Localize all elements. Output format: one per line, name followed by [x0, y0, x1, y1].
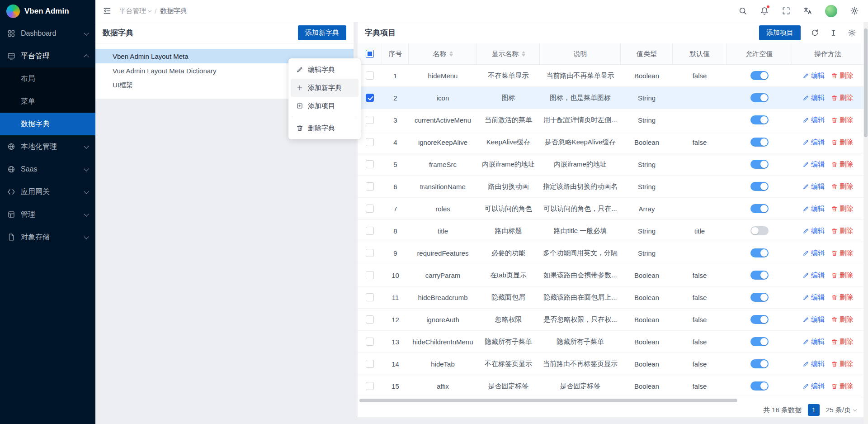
- edit-row-button[interactable]: 编辑: [802, 138, 825, 147]
- vertical-scrollbar-thumb[interactable]: [864, 29, 868, 137]
- table-row-ignoreKeepAlive[interactable]: 4ignoreKeepAliveKeepAlive缓存是否忽略KeepAlive…: [358, 131, 863, 153]
- table-row-transitionName[interactable]: 6transitionName路由切换动画指定该路由切换的动画名String编辑…: [358, 176, 863, 198]
- sidebar-item-saas[interactable]: Saas: [0, 158, 95, 181]
- delete-row-button[interactable]: 删除: [831, 249, 853, 257]
- table-row-hideBreadcrumb[interactable]: 11hideBreadcrumb隐藏面包屑隐藏该路由在面包屑上...Boolea…: [358, 286, 863, 309]
- edit-row-button[interactable]: 编辑: [802, 227, 825, 235]
- row-checkbox[interactable]: [366, 360, 374, 368]
- edit-row-button[interactable]: 编辑: [802, 360, 825, 368]
- allow-empty-toggle[interactable]: [750, 381, 769, 391]
- allow-empty-toggle[interactable]: [750, 359, 769, 368]
- table-row-roles[interactable]: 7roles可以访问的角色可以访问的角色，只在...Array编辑删除: [358, 198, 863, 220]
- allow-empty-toggle[interactable]: [750, 138, 769, 147]
- column-header-name[interactable]: 名称: [409, 43, 477, 64]
- row-checkbox[interactable]: [366, 382, 374, 390]
- allow-empty-toggle[interactable]: [750, 293, 769, 302]
- allow-empty-toggle[interactable]: [750, 226, 769, 235]
- table-row-carryParam[interactable]: 10carryParam在tab页显示如果该路由会携带参数...Booleanf…: [358, 264, 863, 286]
- delete-row-button[interactable]: 删除: [831, 271, 853, 280]
- table-row-title[interactable]: 8title路由标题路由title 一般必填Stringtitle编辑删除: [358, 220, 863, 242]
- context-menu-item-edit-dictionary[interactable]: 编辑字典: [291, 61, 359, 79]
- user-avatar[interactable]: [825, 5, 837, 17]
- horizontal-scrollbar-thumb[interactable]: [359, 399, 737, 402]
- allow-empty-toggle[interactable]: [750, 271, 769, 280]
- context-menu-item-delete-dictionary[interactable]: 删除字典: [291, 119, 359, 137]
- edit-row-button[interactable]: 编辑: [802, 315, 825, 324]
- table-row-hideMenu[interactable]: 1hideMenu不在菜单显示当前路由不再菜单显示Booleanfalse编辑删…: [358, 65, 863, 87]
- row-checkbox[interactable]: [366, 315, 374, 324]
- delete-row-button[interactable]: 删除: [831, 138, 853, 147]
- table-row-currentActiveMenu[interactable]: 3currentActiveMenu当前激活的菜单用于配置详情页时左侧...St…: [358, 109, 863, 131]
- sort-asc-icon[interactable]: [522, 51, 525, 53]
- table-row-affix[interactable]: 15affix是否固定标签是否固定标签Booleanfalse编辑删除: [358, 375, 863, 397]
- context-menu-item-add-new-dictionary[interactable]: 添加新字典: [291, 79, 359, 97]
- refresh-icon[interactable]: [811, 29, 819, 37]
- row-checkbox[interactable]: [366, 182, 374, 191]
- sidebar-item-platform-management[interactable]: 平台管理: [0, 45, 95, 67]
- row-height-icon[interactable]: [829, 29, 838, 37]
- delete-row-button[interactable]: 删除: [831, 182, 853, 191]
- edit-row-button[interactable]: 编辑: [802, 249, 825, 257]
- allow-empty-toggle[interactable]: [750, 315, 769, 324]
- allow-empty-toggle[interactable]: [750, 204, 769, 213]
- vertical-scrollbar[interactable]: [863, 22, 868, 424]
- allow-empty-toggle[interactable]: [750, 160, 769, 169]
- delete-row-button[interactable]: 删除: [831, 160, 853, 169]
- delete-row-button[interactable]: 删除: [831, 227, 853, 235]
- row-checkbox[interactable]: [366, 293, 374, 301]
- column-header-display-name[interactable]: 显示名称: [477, 43, 540, 64]
- sidebar-item-localization[interactable]: 本地化管理: [0, 135, 95, 158]
- delete-row-button[interactable]: 删除: [831, 71, 853, 80]
- edit-row-button[interactable]: 编辑: [802, 382, 825, 391]
- settings-gear-icon[interactable]: [850, 6, 859, 15]
- edit-row-button[interactable]: 编辑: [802, 338, 825, 346]
- row-checkbox[interactable]: [366, 271, 374, 279]
- allow-empty-toggle[interactable]: [750, 93, 769, 102]
- delete-row-button[interactable]: 删除: [831, 116, 853, 124]
- menu-fold-icon[interactable]: [103, 6, 112, 15]
- page-size-select[interactable]: 25 条/页: [826, 406, 856, 414]
- row-checkbox[interactable]: [366, 249, 374, 257]
- allow-empty-toggle[interactable]: [750, 71, 769, 80]
- sidebar-subitem-menu[interactable]: 菜单: [0, 90, 95, 113]
- sort-icons[interactable]: [449, 51, 453, 57]
- edit-row-button[interactable]: 编辑: [802, 160, 825, 169]
- add-dictionary-button[interactable]: 添加新字典: [298, 25, 346, 40]
- app-logo[interactable]: Vben Admin: [0, 0, 95, 22]
- row-checkbox[interactable]: [366, 160, 374, 168]
- edit-row-button[interactable]: 编辑: [802, 116, 825, 124]
- table-row-frameSrc[interactable]: 5frameSrc内嵌iframe的地址内嵌iframe的地址String编辑删…: [358, 153, 863, 176]
- sort-icons[interactable]: [522, 51, 525, 57]
- edit-row-button[interactable]: 编辑: [802, 94, 825, 102]
- delete-row-button[interactable]: 删除: [831, 338, 853, 346]
- sidebar-item-object-storage[interactable]: 对象存储: [0, 226, 95, 248]
- fullscreen-icon[interactable]: [782, 6, 791, 15]
- select-all-checkbox[interactable]: [366, 50, 374, 58]
- delete-row-button[interactable]: 删除: [831, 360, 853, 368]
- edit-row-button[interactable]: 编辑: [802, 205, 825, 213]
- allow-empty-toggle[interactable]: [750, 248, 769, 257]
- breadcrumb-item-platform[interactable]: 平台管理: [119, 7, 151, 15]
- add-item-button[interactable]: 添加项目: [759, 25, 801, 40]
- column-settings-gear-icon[interactable]: [848, 29, 856, 37]
- sort-desc-icon[interactable]: [449, 54, 453, 57]
- delete-row-button[interactable]: 删除: [831, 205, 853, 213]
- horizontal-scrollbar[interactable]: [359, 398, 862, 403]
- sort-desc-icon[interactable]: [522, 54, 525, 57]
- table-row-icon[interactable]: 2icon图标图标，也是菜单图标String编辑删除: [358, 87, 863, 109]
- search-icon[interactable]: [738, 6, 747, 15]
- table-row-hideChildrenInMenu[interactable]: 13hideChildrenInMenu隐藏所有子菜单隐藏所有子菜单Boolea…: [358, 331, 863, 353]
- row-checkbox[interactable]: [366, 138, 374, 146]
- notification-bell-icon[interactable]: [760, 6, 769, 15]
- edit-row-button[interactable]: 编辑: [802, 71, 825, 80]
- row-checkbox[interactable]: [366, 227, 374, 235]
- sidebar-item-management[interactable]: 管理: [0, 203, 95, 226]
- sidebar-subitem-data-dictionary[interactable]: 数据字典: [0, 113, 95, 135]
- sort-asc-icon[interactable]: [449, 51, 453, 53]
- sidebar-subitem-layout[interactable]: 布局: [0, 67, 95, 90]
- translate-icon[interactable]: [803, 6, 812, 15]
- pagination-page-button[interactable]: 1: [808, 404, 820, 416]
- edit-row-button[interactable]: 编辑: [802, 293, 825, 302]
- row-checkbox[interactable]: [366, 116, 374, 124]
- edit-row-button[interactable]: 编辑: [802, 271, 825, 280]
